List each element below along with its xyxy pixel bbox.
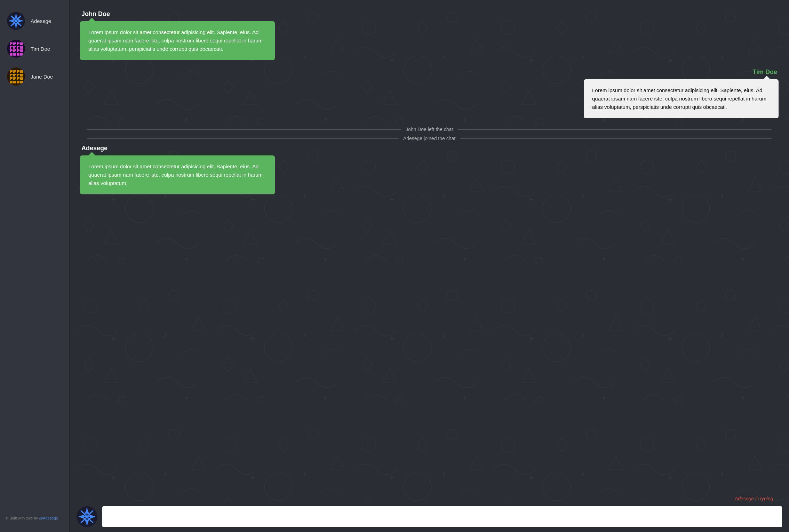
message-sender-tim-doe: Tim Doe — [752, 68, 777, 76]
svg-rect-30 — [11, 44, 13, 45]
svg-rect-69 — [18, 78, 18, 79]
svg-rect-26 — [10, 53, 13, 56]
svg-rect-29 — [20, 53, 23, 56]
system-line-right-2 — [460, 138, 772, 139]
avatar-adesege — [7, 12, 25, 30]
message-group-adesege: Adesege Lorem ipsum dolor sit amet conse… — [80, 145, 779, 194]
svg-rect-65 — [11, 71, 11, 72]
typing-indicator-text: Adesege is typing ... — [735, 496, 779, 501]
svg-rect-55 — [20, 81, 23, 83]
svg-rect-43 — [20, 70, 23, 73]
svg-rect-34 — [18, 51, 19, 52]
sidebar-footer: © Built with love by @Adesege_ — [0, 511, 69, 525]
sidebar-username-tim-doe: Tim Doe — [31, 46, 50, 52]
avatar-jane-doe — [7, 67, 25, 86]
message-input[interactable] — [102, 506, 782, 527]
svg-rect-51 — [20, 77, 23, 80]
typing-indicator: Adesege is typing ... — [70, 494, 789, 503]
svg-rect-17 — [20, 42, 23, 45]
svg-rect-31 — [15, 47, 16, 49]
message-sender-john-doe: John Doe — [81, 10, 779, 18]
message-bubble-john-doe: Lorem ipsum dolor sit amet consectetur a… — [80, 21, 275, 60]
svg-rect-53 — [13, 81, 16, 83]
svg-rect-62 — [11, 75, 13, 76]
svg-rect-35 — [15, 44, 16, 45]
svg-rect-25 — [20, 49, 23, 52]
svg-rect-47 — [20, 74, 23, 76]
svg-rect-28 — [17, 53, 19, 56]
footer-text: © Built with love by — [6, 516, 39, 520]
svg-rect-32 — [18, 44, 19, 45]
main-chat: John Doe Lorem ipsum dolor sit amet cons… — [70, 0, 789, 532]
sidebar-item-tim-doe[interactable]: Tim Doe — [0, 35, 69, 63]
message-group-john-doe: John Doe Lorem ipsum dolor sit amet cons… — [80, 10, 779, 60]
footer-link[interactable]: @Adesege_ — [39, 516, 60, 520]
svg-rect-36 — [11, 47, 13, 49]
svg-rect-52 — [10, 81, 13, 83]
svg-rect-27 — [13, 53, 16, 56]
system-line-left-1 — [87, 129, 401, 130]
svg-rect-21 — [20, 46, 23, 49]
system-message-adesege-joined: Adesege joined the chat — [80, 136, 779, 141]
message-bubble-tim-doe: Lorem ipsum dolor sit amet consectetur a… — [584, 79, 779, 118]
svg-rect-61 — [15, 72, 16, 73]
chat-scroll[interactable]: John Doe Lorem ipsum dolor sit amet cons… — [70, 0, 789, 494]
svg-rect-54 — [17, 81, 19, 83]
svg-rect-66 — [14, 75, 15, 75]
svg-rect-33 — [11, 51, 13, 52]
system-line-right-1 — [458, 129, 772, 130]
avatar-tim-doe — [7, 40, 25, 58]
sidebar-username-jane-doe: Jane Doe — [31, 74, 53, 80]
system-text-adesege-joined: Adesege joined the chat — [403, 136, 455, 141]
message-sender-adesege: Adesege — [81, 145, 779, 152]
svg-rect-38 — [15, 51, 16, 52]
system-text-john-left: John Doe left the chat — [406, 127, 453, 132]
svg-rect-37 — [18, 47, 19, 49]
message-group-tim-doe: Tim Doe Lorem ipsum dolor sit amet conse… — [80, 68, 779, 118]
sidebar-item-adesege[interactable]: Adesege — [0, 7, 69, 35]
system-line-left-2 — [87, 138, 398, 139]
svg-rect-67 — [18, 71, 18, 72]
system-message-john-left: John Doe left the chat — [80, 127, 779, 132]
svg-rect-64 — [15, 79, 16, 80]
sidebar: Adesege — [0, 0, 70, 532]
message-bubble-adesege: Lorem ipsum dolor sit amet consectetur a… — [80, 155, 275, 194]
sidebar-username-adesege: Adesege — [31, 18, 51, 24]
svg-rect-63 — [18, 75, 19, 76]
svg-rect-68 — [11, 78, 11, 79]
sidebar-item-jane-doe[interactable]: Jane Doe — [0, 63, 69, 90]
input-avatar-adesege — [77, 506, 97, 527]
input-area — [70, 503, 789, 532]
